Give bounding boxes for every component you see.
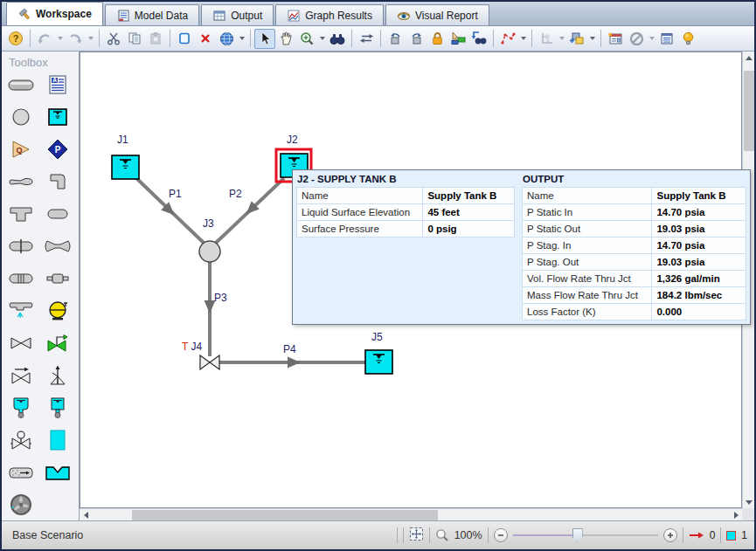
pan-hand-icon: [279, 31, 294, 46]
junction-j4-valve[interactable]: [200, 355, 219, 369]
gas-accumulator-icon: [47, 396, 68, 419]
delete-button[interactable]: [195, 29, 216, 49]
redo-button[interactable]: [65, 29, 86, 49]
disable-dropdown[interactable]: [647, 29, 656, 49]
scroll-right-button[interactable]: [730, 509, 742, 521]
turbine-tool[interactable]: [5, 494, 37, 515]
tee-icon: [9, 204, 33, 224]
flip-selection-button[interactable]: [447, 29, 468, 49]
disable-button[interactable]: [626, 29, 647, 49]
scroll-up-button[interactable]: [743, 52, 755, 64]
visual-report-eye-icon: [397, 9, 411, 23]
pipe-tool[interactable]: [5, 74, 37, 95]
scale-tool-button[interactable]: [536, 29, 557, 49]
help-button[interactable]: ?: [5, 29, 26, 49]
pump-tool[interactable]: [42, 300, 73, 321]
table-row: Vol. Flow Rate Thru Jct 1,326 gal/min: [523, 271, 746, 287]
copy-button[interactable]: [124, 29, 145, 49]
reducer-tool[interactable]: [5, 171, 37, 192]
horizontal-scrollbar[interactable]: [80, 508, 742, 520]
draw-junction-dropdown[interactable]: [587, 29, 597, 49]
properties-window-icon: [659, 31, 675, 45]
weir-tool[interactable]: [42, 462, 73, 483]
toolbar-separator: [351, 30, 352, 47]
popup-output-table: Name Supply Tank B P Static In 14.70 psi…: [522, 187, 746, 320]
undefined-pipes-count: 0: [710, 529, 716, 541]
bend-tool[interactable]: [42, 171, 73, 192]
zoom-slider-thumb[interactable]: [572, 528, 583, 542]
rotate-right-button[interactable]: [406, 29, 427, 49]
assigned-flow-tool[interactable]: Q: [5, 139, 37, 160]
relief-valve-tool[interactable]: [42, 365, 73, 386]
scroll-left-button[interactable]: [80, 509, 92, 521]
tee-tool[interactable]: [5, 203, 37, 224]
jet-pump-tool[interactable]: [5, 462, 37, 483]
spray-discharge-tool[interactable]: [5, 300, 37, 321]
volume-balance-tool[interactable]: [42, 430, 73, 451]
find-button[interactable]: [327, 29, 348, 49]
valve-tool[interactable]: [5, 333, 37, 354]
junction-j1-reservoir[interactable]: [112, 155, 139, 179]
junction-inspection-popup: J2 - SUPPLY TANK B Name Supply Tank B Li…: [292, 169, 751, 325]
paste-button[interactable]: [145, 29, 166, 49]
undefined-junctions-count: 1: [741, 529, 747, 541]
zoom-dropdown[interactable]: [317, 29, 327, 49]
tab-model-data[interactable]: Model Data: [105, 4, 199, 25]
reverse-direction-button[interactable]: [356, 29, 377, 49]
zoom-tool-button[interactable]: [296, 29, 317, 49]
lock-button[interactable]: [427, 29, 447, 49]
area-change-tool[interactable]: [42, 203, 73, 224]
zoom-slider[interactable]: [513, 527, 658, 543]
duplicate-button[interactable]: [174, 29, 195, 49]
tab-visual-report[interactable]: Visual Report: [385, 4, 489, 25]
label-p1: P1: [169, 188, 182, 200]
tab-graph-results[interactable]: Graph Results: [275, 4, 384, 25]
junction-j3-branch[interactable]: [199, 241, 220, 262]
zoom-slider-track-left: [513, 534, 575, 536]
zoom-in-button[interactable]: [663, 528, 677, 542]
control-valve-tool[interactable]: [42, 333, 73, 354]
horizontal-scroll-thumb[interactable]: [132, 510, 438, 520]
properties-window-button[interactable]: [656, 29, 677, 49]
goto-junction-button[interactable]: [468, 29, 489, 49]
actuated-valve-tool[interactable]: [5, 430, 37, 451]
undo-dropdown[interactable]: [55, 29, 65, 49]
web-button[interactable]: [216, 29, 237, 49]
check-valve-tool[interactable]: [5, 365, 37, 386]
cut-button[interactable]: [103, 29, 124, 49]
quick-access-panel-button[interactable]: [605, 29, 626, 49]
pan-tool-button[interactable]: [275, 29, 296, 49]
tab-label: Visual Report: [415, 10, 478, 22]
select-tool-button[interactable]: [254, 29, 275, 49]
venturi-tool[interactable]: [42, 236, 73, 257]
highlight-button[interactable]: [677, 29, 698, 49]
tab-output[interactable]: Output: [201, 4, 274, 25]
surge-tank-tool[interactable]: [5, 397, 37, 418]
reducer-icon: [8, 174, 34, 189]
draw-pipe-dropdown[interactable]: [518, 29, 528, 49]
web-dropdown[interactable]: [237, 29, 246, 49]
junction-j5-reservoir[interactable]: [365, 350, 392, 374]
annotation-icon: A: [47, 74, 68, 95]
rotate-left-button[interactable]: [385, 29, 406, 49]
minus-icon: [497, 532, 504, 539]
draw-junction-button[interactable]: [566, 29, 587, 49]
popup-input-section: J2 - SUPPLY TANK B Name Supply Tank B Li…: [296, 173, 515, 321]
scale-tool-dropdown[interactable]: [557, 29, 566, 49]
orifice-tool[interactable]: [5, 236, 37, 257]
reservoir-tool[interactable]: [42, 107, 73, 127]
assigned-pressure-tool[interactable]: P: [42, 139, 73, 160]
gas-accumulator-tool[interactable]: [42, 397, 73, 418]
zoom-out-button[interactable]: [494, 528, 508, 542]
undo-button[interactable]: [34, 29, 55, 49]
tab-workspace[interactable]: Workspace: [6, 2, 103, 25]
heat-exchanger-tool[interactable]: [5, 268, 37, 289]
fit-to-window-button[interactable]: [409, 527, 424, 544]
redo-dropdown[interactable]: [86, 29, 95, 49]
draw-pipe-button[interactable]: [497, 29, 518, 49]
vertical-scroll-thumb[interactable]: [744, 71, 754, 151]
general-component-tool[interactable]: [42, 268, 73, 289]
scroll-down-button[interactable]: [743, 496, 755, 508]
branch-tool[interactable]: [5, 107, 37, 127]
annotation-tool[interactable]: A: [42, 74, 73, 95]
